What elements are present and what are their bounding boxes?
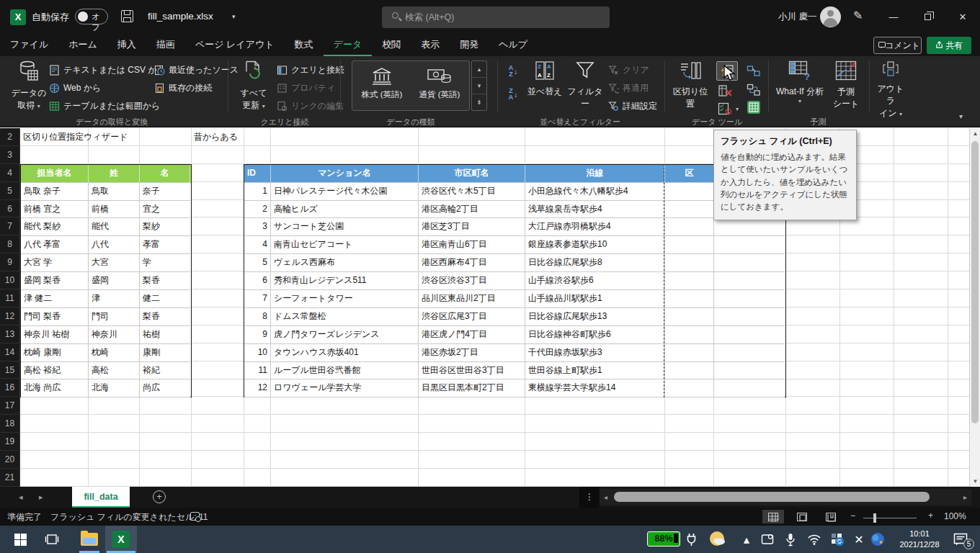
mansion-header-cell[interactable]: 市区町名: [419, 165, 525, 183]
manage-data-model-button[interactable]: [747, 99, 761, 115]
row-header-9[interactable]: 9: [0, 253, 20, 271]
mansion-cell[interactable]: 7: [244, 290, 271, 308]
row-header-4[interactable]: 4: [0, 164, 20, 182]
outline-button[interactable]: アウトラ イン ▾: [873, 60, 908, 120]
gallery-down-icon[interactable]: ▾: [472, 78, 486, 94]
staff-cell[interactable]: 奈子: [140, 183, 190, 201]
mansion-cell[interactable]: 日神パレステージ代々木公園: [271, 183, 419, 201]
staff-cell[interactable]: 健二: [140, 290, 190, 308]
microphone-icon[interactable]: [781, 526, 800, 553]
remove-duplicates-button[interactable]: [718, 84, 734, 99]
mansion-cell[interactable]: [665, 254, 714, 272]
staff-table[interactable]: 担当者名姓名鳥取 奈子鳥取奈子前橋 宜之前橋宜之能代 梨紗能代梨紗八代 孝富八代…: [20, 164, 192, 398]
staff-cell[interactable]: 学: [140, 254, 190, 272]
staff-cell[interactable]: 祐樹: [140, 326, 190, 344]
row-header-18[interactable]: 18: [0, 415, 20, 433]
ribbon-tab-表示[interactable]: 表示: [411, 35, 450, 56]
staff-cell[interactable]: 前橋: [89, 201, 140, 219]
mansion-cell[interactable]: 4: [244, 236, 271, 254]
staff-cell[interactable]: 孝富: [140, 236, 190, 254]
mansion-cell[interactable]: [714, 362, 785, 380]
ribbon-tab-校閲[interactable]: 校閲: [372, 35, 411, 56]
from-text-csv-button[interactable]: テキストまたは CSV から: [49, 62, 166, 78]
start-button[interactable]: [7, 526, 33, 553]
staff-cell[interactable]: 門司: [89, 308, 140, 326]
mansion-cell[interactable]: 高輪ヒルズ: [271, 201, 419, 219]
user-name[interactable]: 小川 慶一: [778, 11, 816, 23]
mansion-cell[interactable]: [714, 236, 785, 254]
add-sheet-button[interactable]: +: [153, 490, 166, 503]
data-validation-button[interactable]: ▾: [718, 101, 739, 117]
screen-cast-icon[interactable]: [758, 526, 777, 553]
page-break-view-button[interactable]: [820, 510, 842, 523]
ribbon-tab-ヘルプ[interactable]: ヘルプ: [489, 35, 538, 56]
vertical-scroll-thumb[interactable]: [971, 141, 979, 423]
mansion-cell[interactable]: [665, 362, 714, 380]
row-headers[interactable]: 23456789101112131415161718192021: [0, 128, 20, 487]
staff-cell[interactable]: 鳥取 奈子: [21, 183, 89, 201]
zoom-slider[interactable]: [863, 518, 917, 518]
mansion-cell[interactable]: 港区西麻布4丁目: [419, 254, 525, 272]
row-header-11[interactable]: 11: [0, 289, 20, 307]
status-mode[interactable]: 準備完了: [7, 511, 42, 523]
mansion-cell[interactable]: 11: [244, 362, 271, 380]
mansion-cell[interactable]: [665, 344, 714, 362]
row-header-12[interactable]: 12: [0, 307, 20, 325]
task-view-button[interactable]: [39, 526, 65, 553]
cortana-icon[interactable]: [868, 526, 888, 553]
row-header-17[interactable]: 17: [0, 397, 20, 415]
zoom-level[interactable]: 100%: [944, 511, 966, 521]
from-table-range-button[interactable]: テーブルまたは範囲から: [49, 98, 160, 114]
mansion-cell[interactable]: 港区南青山6丁目: [419, 236, 525, 254]
mansion-cell[interactable]: [665, 290, 714, 308]
cell-d2-text[interactable]: 昔からある: [194, 128, 238, 146]
mansion-cell[interactable]: [714, 326, 785, 344]
mansion-cell[interactable]: 日比谷線広尾駅歩8: [525, 254, 665, 272]
ink-pen-icon[interactable]: ✎: [853, 9, 863, 22]
mansion-cell[interactable]: [665, 326, 714, 344]
tab-scroll-handle[interactable]: ⋮: [579, 487, 600, 508]
staff-header-cell[interactable]: 名: [140, 165, 190, 183]
horizontal-scrollbar[interactable]: ◂ ▸: [600, 489, 971, 505]
mansion-cell[interactable]: 小田急線代々木八幡駅歩4: [525, 183, 665, 201]
mansion-cell[interactable]: [714, 290, 785, 308]
staff-cell[interactable]: 神奈川 祐樹: [21, 326, 89, 344]
mansion-cell[interactable]: 山手線品川駅駅歩1: [525, 290, 665, 308]
scroll-up-icon[interactable]: ▲: [970, 130, 980, 137]
get-data-button[interactable]: データの 取得 ▾: [10, 60, 48, 112]
mansion-cell[interactable]: 港区虎ノ門4丁目: [419, 326, 525, 344]
horizontal-scroll-thumb[interactable]: [614, 492, 930, 502]
close-button[interactable]: ✕: [946, 0, 979, 35]
staff-cell[interactable]: 尚広: [140, 379, 190, 397]
mansion-cell[interactable]: 日比谷線神谷町駅歩6: [525, 326, 665, 344]
mansion-cell[interactable]: 目黒区目黒本町2丁目: [419, 379, 525, 397]
autosave-toggle[interactable]: オフ: [75, 9, 108, 24]
mansion-cell[interactable]: 3: [244, 218, 271, 236]
mansion-header-cell[interactable]: ID: [244, 165, 271, 183]
mansion-cell[interactable]: 大江戸線赤羽橋駅歩4: [525, 218, 665, 236]
currency-tile[interactable]: 通貨 (英語): [413, 67, 466, 113]
mansion-cell[interactable]: タウンハウス赤坂401: [271, 344, 419, 362]
mansion-cell[interactable]: ルーブル世田谷弐番館: [271, 362, 419, 380]
wifi-icon[interactable]: [804, 526, 824, 553]
scroll-down-icon[interactable]: ▼: [970, 478, 980, 485]
clock[interactable]: 10:012021/12/28: [892, 526, 947, 553]
mansion-cell[interactable]: 10: [244, 344, 271, 362]
staff-cell[interactable]: 能代: [89, 218, 140, 236]
mansion-cell[interactable]: [665, 308, 714, 326]
hscroll-right-icon[interactable]: ▸: [963, 489, 967, 505]
row-header-20[interactable]: 20: [0, 451, 20, 469]
weather-icon[interactable]: [706, 526, 729, 553]
tray-expand-icon[interactable]: ▴: [738, 526, 755, 553]
mansion-cell[interactable]: 渋谷区渋谷3丁目: [419, 272, 525, 290]
collapse-ribbon-icon[interactable]: ▾: [959, 112, 963, 120]
row-header-14[interactable]: 14: [0, 343, 20, 361]
ribbon-tab-数式[interactable]: 数式: [285, 35, 324, 56]
relationships-button[interactable]: [747, 82, 761, 98]
mansion-cell[interactable]: 世田谷線上町駅歩1: [525, 362, 665, 380]
mansion-cell[interactable]: 虎ノ門タワーズレジデンス: [271, 326, 419, 344]
mansion-cell[interactable]: [665, 379, 714, 397]
mansion-cell[interactable]: [665, 183, 714, 201]
ribbon-tab-ファイル[interactable]: ファイル: [0, 35, 58, 56]
excel-app-icon[interactable]: X: [10, 9, 26, 25]
